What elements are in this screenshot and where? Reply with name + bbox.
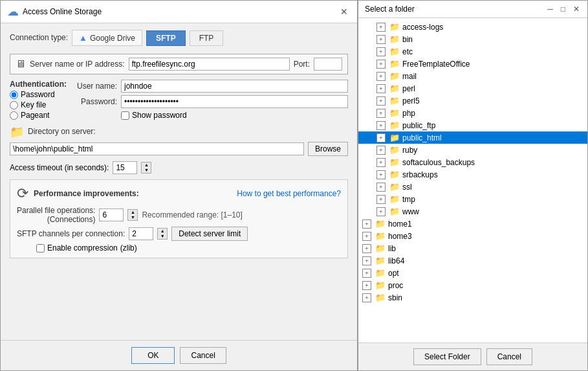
expand-srbackups[interactable]: + bbox=[376, 170, 386, 179]
tree-item-home3[interactable]: +📁home3 bbox=[358, 230, 587, 242]
folder-icon-perl5: 📁 bbox=[389, 96, 400, 106]
expand-bin[interactable]: + bbox=[376, 35, 386, 44]
timeout-label: Access timeout (in seconds): bbox=[10, 163, 109, 172]
tree-item-mail[interactable]: +📁mail bbox=[358, 70, 587, 82]
directory-section: 📁 Directory on server: Browse bbox=[10, 125, 348, 156]
timeout-down[interactable]: ▼ bbox=[142, 168, 151, 173]
performance-link[interactable]: How to get best performance? bbox=[237, 189, 341, 198]
tree-item-bin[interactable]: +📁bin bbox=[358, 33, 587, 45]
detect-server-limit-button[interactable]: Detect server limit bbox=[171, 227, 248, 241]
parallel-input[interactable] bbox=[99, 208, 124, 221]
expand-mail[interactable]: + bbox=[376, 72, 386, 81]
tree-item-softaculous_backups[interactable]: +📁softaculous_backups bbox=[358, 156, 587, 168]
tree-item-proc[interactable]: +📁proc bbox=[358, 279, 587, 291]
folder-icon-public_html: 📁 bbox=[389, 133, 400, 142]
expand-www[interactable]: + bbox=[376, 207, 386, 216]
sftp-channels-input[interactable] bbox=[129, 227, 153, 240]
password-input[interactable] bbox=[121, 95, 348, 108]
tree-item-php[interactable]: +📁php bbox=[358, 107, 587, 119]
tree-item-www[interactable]: +📁www bbox=[358, 205, 587, 218]
auth-keyfile-radio[interactable]: Key file bbox=[10, 100, 67, 109]
tree-item-etc[interactable]: +📁etc bbox=[358, 45, 587, 58]
folder-icon-mail: 📁 bbox=[389, 71, 400, 81]
tree-item-public_ftp[interactable]: +📁public_ftp bbox=[358, 119, 587, 131]
timeout-input[interactable] bbox=[113, 161, 137, 174]
right-cancel-button[interactable]: Cancel bbox=[486, 348, 532, 365]
parallel-up[interactable]: ▲ bbox=[128, 210, 137, 215]
expand-ssl[interactable]: + bbox=[376, 183, 386, 192]
tree-item-perl5[interactable]: +📁perl5 bbox=[358, 95, 587, 107]
expand-public_html[interactable]: + bbox=[376, 133, 386, 142]
performance-icon: ⟳ bbox=[17, 185, 28, 202]
expand-sbin[interactable]: + bbox=[362, 293, 371, 302]
expand-opt[interactable]: + bbox=[362, 269, 371, 278]
timeout-up[interactable]: ▲ bbox=[142, 163, 151, 168]
compress-label: Enable compression bbox=[47, 243, 118, 253]
tree-label-perl5: perl5 bbox=[402, 96, 420, 106]
auth-pageant-radio[interactable]: Pageant bbox=[10, 111, 67, 120]
tree-label-etc: etc bbox=[402, 47, 413, 56]
google-drive-button[interactable]: ▲ Google Drive bbox=[72, 30, 142, 46]
minimize-button[interactable]: ─ bbox=[546, 5, 554, 14]
sftp-up[interactable]: ▲ bbox=[158, 229, 167, 234]
expand-home3[interactable]: + bbox=[362, 232, 371, 241]
tree-item-public_html[interactable]: +📁public_html bbox=[358, 131, 587, 144]
tree-item-FreeTemplateOffice[interactable]: +📁FreeTemplateOffice bbox=[358, 58, 587, 70]
tree-label-proc: proc bbox=[388, 281, 403, 290]
sftp-button[interactable]: SFTP bbox=[146, 30, 186, 46]
compress-row[interactable]: Enable compression (zlib) bbox=[17, 243, 341, 253]
folder-icon-sbin: 📁 bbox=[375, 293, 386, 302]
expand-FreeTemplateOffice[interactable]: + bbox=[376, 60, 386, 69]
port-input[interactable] bbox=[314, 58, 342, 71]
tree-label-ssl: ssl bbox=[402, 183, 412, 192]
tree-item-tmp[interactable]: +📁tmp bbox=[358, 193, 587, 205]
right-panel: Select a folder ─ □ ✕ +📁access-logs+📁bin… bbox=[358, 0, 588, 371]
expand-tmp[interactable]: + bbox=[376, 195, 386, 204]
tree-item-lib[interactable]: +📁lib bbox=[358, 242, 587, 254]
username-input[interactable] bbox=[121, 80, 348, 93]
right-close-button[interactable]: ✕ bbox=[572, 5, 581, 14]
tree-item-sbin[interactable]: +📁sbin bbox=[358, 291, 587, 304]
tree-item-opt[interactable]: +📁opt bbox=[358, 267, 587, 279]
folder-icon: 📁 bbox=[10, 125, 24, 139]
maximize-button[interactable]: □ bbox=[560, 5, 567, 14]
show-password-checkbox[interactable] bbox=[121, 111, 129, 120]
parallel-down[interactable]: ▼ bbox=[128, 215, 137, 220]
directory-input[interactable] bbox=[10, 142, 304, 155]
tree-item-ssl[interactable]: +📁ssl bbox=[358, 181, 587, 193]
select-folder-button[interactable]: Select Folder bbox=[413, 348, 481, 365]
username-label: User name: bbox=[73, 82, 117, 91]
expand-public_ftp[interactable]: + bbox=[376, 121, 386, 130]
expand-perl5[interactable]: + bbox=[376, 96, 386, 106]
expand-home1[interactable]: + bbox=[362, 219, 371, 229]
ftp-button[interactable]: FTP bbox=[190, 30, 224, 46]
expand-perl[interactable]: + bbox=[376, 84, 386, 93]
expand-softaculous_backups[interactable]: + bbox=[376, 158, 386, 167]
tree-item-srbackups[interactable]: +📁srbackups bbox=[358, 168, 587, 181]
compress-checkbox[interactable] bbox=[36, 244, 45, 253]
auth-fields: User name: Password: Show password bbox=[73, 80, 348, 120]
expand-etc[interactable]: + bbox=[376, 47, 386, 56]
auth-password-radio[interactable]: Password bbox=[10, 90, 67, 99]
browse-button[interactable]: Browse bbox=[308, 142, 348, 156]
tree-item-lib64[interactable]: +📁lib64 bbox=[358, 254, 587, 267]
tree-item-ruby[interactable]: +📁ruby bbox=[358, 144, 587, 156]
expand-access-logs[interactable]: + bbox=[376, 23, 386, 32]
expand-lib64[interactable]: + bbox=[362, 256, 371, 265]
expand-proc[interactable]: + bbox=[362, 281, 371, 290]
show-password-row[interactable]: Show password bbox=[121, 111, 348, 120]
ok-button[interactable]: OK bbox=[131, 347, 175, 364]
cancel-button[interactable]: Cancel bbox=[180, 347, 226, 364]
expand-lib[interactable]: + bbox=[362, 244, 371, 253]
expand-ruby[interactable]: + bbox=[376, 146, 386, 155]
server-input[interactable] bbox=[129, 58, 290, 71]
tree-item-home1[interactable]: +📁home1 bbox=[358, 218, 587, 230]
performance-section: ⟳ Performance improvements: How to get b… bbox=[10, 179, 348, 258]
tree-item-perl[interactable]: +📁perl bbox=[358, 82, 587, 95]
folder-icon-tmp: 📁 bbox=[389, 194, 400, 204]
sftp-down[interactable]: ▼ bbox=[158, 234, 167, 239]
close-button[interactable]: ✕ bbox=[338, 6, 351, 17]
folder-icon-home3: 📁 bbox=[375, 231, 386, 241]
expand-php[interactable]: + bbox=[376, 109, 386, 118]
tree-item-access-logs[interactable]: +📁access-logs bbox=[358, 21, 587, 33]
